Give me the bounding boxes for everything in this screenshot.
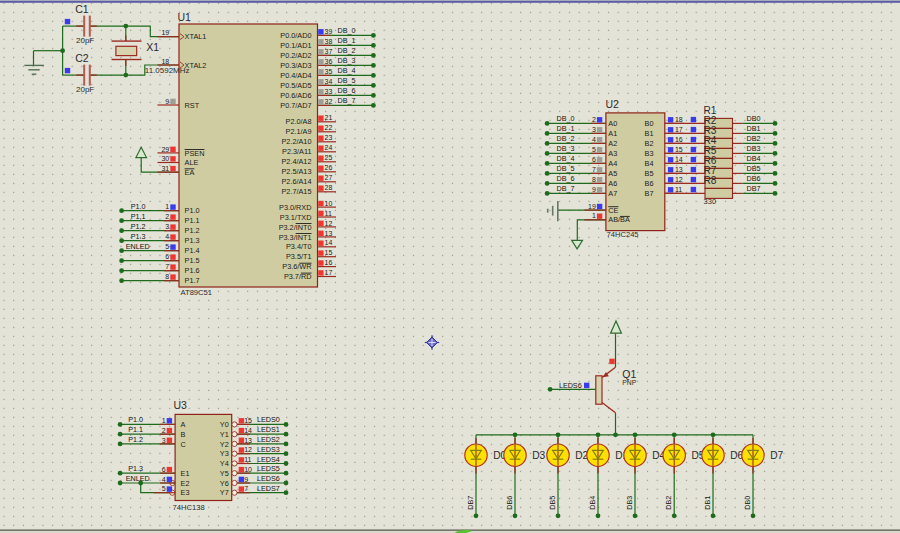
- junction-dot: [545, 121, 550, 126]
- net-label[interactable]: DB_0: [338, 26, 356, 35]
- net-label[interactable]: DB_6: [557, 174, 575, 183]
- u3-pin-number: 9: [244, 476, 248, 483]
- cap-ref-label[interactable]: C2: [75, 52, 89, 64]
- net-label[interactable]: DB_2: [338, 46, 356, 55]
- net-label[interactable]: P1.2: [131, 222, 146, 231]
- u1-pin-number: 36: [325, 58, 333, 65]
- net-label[interactable]: DB0: [747, 114, 761, 123]
- u3-pin-number: 2: [162, 427, 166, 434]
- net-label[interactable]: DB_3: [338, 56, 356, 65]
- top-window-border-light: [0, 0, 900, 1]
- junction-dot: [751, 513, 756, 518]
- u3-pin-number: 5: [162, 485, 166, 492]
- x1-value-label[interactable]: 11.0592MHz: [145, 66, 190, 75]
- net-label[interactable]: LEDS5: [257, 464, 280, 473]
- net-label[interactable]: DB_5: [557, 164, 575, 173]
- cap-value-label[interactable]: 20pF: [76, 85, 94, 94]
- net-label[interactable]: LEDS1: [257, 425, 280, 434]
- u1-pin-name: P2.7/A15: [281, 187, 311, 196]
- resistor-value-label[interactable]: 330: [704, 197, 717, 206]
- cap-ref-label[interactable]: C1: [75, 3, 89, 15]
- junction-dot: [118, 422, 123, 427]
- u2-value-label[interactable]: 74HC245: [607, 230, 639, 239]
- u3-pin-number: 1: [162, 417, 166, 424]
- net-label[interactable]: DB6: [505, 496, 514, 510]
- net-label[interactable]: DB1: [747, 124, 761, 133]
- u3-ref-label[interactable]: U3: [174, 399, 188, 411]
- net-label[interactable]: LEDS6: [257, 474, 280, 483]
- net-label[interactable]: DB0: [743, 496, 752, 510]
- net-label[interactable]: DB7: [466, 496, 475, 510]
- led-ref-label[interactable]: D7: [770, 450, 783, 461]
- net-label[interactable]: DB4: [747, 154, 761, 163]
- junction-dot: [773, 171, 778, 176]
- u1-pin-name: P0.7/AD7: [280, 101, 311, 110]
- net-label[interactable]: P1.0: [131, 202, 146, 211]
- net-label[interactable]: DB_1: [338, 36, 356, 45]
- net-label[interactable]: DB_7: [557, 184, 575, 193]
- u2-pin-number: 1: [592, 212, 596, 219]
- pin-state-high-indicator: [170, 274, 175, 279]
- net-label[interactable]: DB_4: [338, 66, 356, 75]
- net-label[interactable]: LEDS3: [257, 445, 280, 454]
- net-label[interactable]: DB_0: [557, 114, 575, 123]
- q1-ref-label[interactable]: Q1: [622, 368, 636, 380]
- net-label[interactable]: DB_6: [338, 86, 356, 95]
- x1-body[interactable]: [116, 46, 137, 55]
- q1-value-label[interactable]: PNP: [622, 379, 636, 386]
- net-label[interactable]: P1.2: [128, 435, 143, 444]
- net-label[interactable]: LEDS7: [257, 484, 280, 493]
- net-label[interactable]: DB2: [747, 134, 761, 143]
- net-label[interactable]: DB5: [747, 164, 761, 173]
- net-label[interactable]: LEDS0: [257, 415, 280, 424]
- u3-pin-bubble: [232, 432, 237, 437]
- junction-dot: [119, 278, 124, 283]
- net-label[interactable]: DB2: [664, 496, 673, 510]
- junction-dot: [596, 513, 601, 518]
- u1-pin-name: P2.1/A9: [286, 127, 312, 136]
- u1-pin-number: 15: [325, 249, 333, 256]
- net-label[interactable]: P1.3: [131, 232, 146, 241]
- net-label[interactable]: DB5: [548, 496, 557, 510]
- q1-base-bar[interactable]: [596, 376, 602, 404]
- net-label[interactable]: DB_3: [557, 144, 575, 153]
- net-label[interactable]: LEDS6: [559, 381, 582, 390]
- u3-value-label[interactable]: 74HC138: [173, 503, 205, 512]
- u1-value-label[interactable]: AT89C51: [181, 288, 213, 297]
- pin-state-float-indicator: [597, 157, 602, 162]
- net-label[interactable]: ENLED: [126, 242, 150, 251]
- net-label[interactable]: LEDS4: [257, 455, 280, 464]
- net-label[interactable]: DB7: [747, 184, 761, 193]
- junction-dot: [633, 513, 638, 518]
- u2-ref-label[interactable]: U2: [606, 98, 620, 110]
- resistor-ref-label[interactable]: R8: [703, 175, 716, 186]
- led-ref-label[interactable]: D3: [532, 450, 545, 461]
- net-label[interactable]: DB_4: [557, 154, 575, 163]
- net-label[interactable]: DB_5: [338, 76, 356, 85]
- net-label[interactable]: DB3: [747, 144, 761, 153]
- pin-state-high-indicator: [597, 214, 602, 219]
- net-label[interactable]: P1.1: [128, 425, 143, 434]
- net-label[interactable]: DB1: [703, 496, 712, 510]
- net-label[interactable]: DB_2: [557, 134, 575, 143]
- net-label[interactable]: P1.0: [128, 415, 143, 424]
- pin-state-low-indicator: [691, 127, 696, 132]
- net-label[interactable]: DB3: [625, 496, 634, 510]
- net-label[interactable]: LEDS2: [257, 435, 280, 444]
- pin-state-high-indicator: [609, 359, 614, 364]
- net-label[interactable]: DB4: [588, 496, 597, 510]
- net-label[interactable]: DB6: [747, 174, 761, 183]
- net-label[interactable]: P1.1: [131, 212, 146, 221]
- cap-value-label[interactable]: 20pF: [76, 36, 94, 45]
- u3-pin-bubble: [232, 480, 237, 485]
- junction-dot: [474, 513, 479, 518]
- net-label[interactable]: ENLED: [126, 474, 150, 483]
- x1-ref-label[interactable]: X1: [146, 41, 159, 53]
- u1-pin-number: 24: [325, 144, 333, 151]
- junction-dot: [545, 151, 550, 156]
- net-label[interactable]: DB_7: [338, 96, 356, 105]
- net-label[interactable]: DB_1: [557, 124, 575, 133]
- schematic-canvas[interactable]: U1AT89C5119XTAL118XTAL29RST29PSEN30ALE31…: [0, 0, 900, 533]
- u1-ref-label[interactable]: U1: [178, 11, 192, 23]
- net-label[interactable]: P1.3: [128, 464, 143, 473]
